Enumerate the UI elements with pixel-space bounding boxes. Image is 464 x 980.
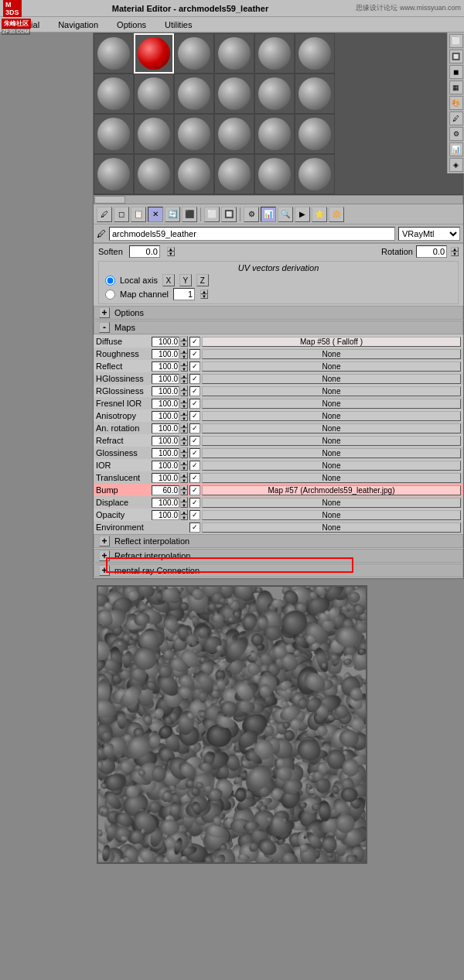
bg-btn[interactable]: 🔆 <box>329 207 344 222</box>
rt-btn-3[interactable]: ◼ <box>449 65 463 79</box>
rotation-spinner[interactable]: ▲ ▼ <box>451 247 459 256</box>
map-btn-15[interactable]: None <box>202 523 461 533</box>
map-spin-3[interactable]: ▲ ▼ <box>180 373 188 384</box>
instance-btn[interactable]: 🔄 <box>165 207 180 222</box>
map-check-5[interactable]: ✓ <box>189 399 200 409</box>
map-val-9[interactable] <box>152 448 179 458</box>
map-val-3[interactable] <box>152 374 179 384</box>
map-check-9[interactable]: ✓ <box>189 448 200 458</box>
map-spin-0[interactable]: ▲ ▼ <box>180 336 188 347</box>
map-btn-4[interactable]: None <box>202 386 461 396</box>
axis-x-btn[interactable]: X <box>162 274 175 286</box>
get-btn[interactable]: ⬜ <box>204 207 220 222</box>
map-val-2[interactable] <box>152 362 179 372</box>
paste-btn[interactable]: 📋 <box>131 207 146 222</box>
uv-mapchannel-input[interactable] <box>173 288 195 300</box>
map-check-0[interactable]: ✓ <box>189 337 200 347</box>
sphere-cell-2-5[interactable] <box>295 114 335 154</box>
options-section-header[interactable]: + Options <box>94 306 463 320</box>
map-val-10[interactable] <box>152 461 179 471</box>
map-spin-1[interactable]: ▲ ▼ <box>180 348 188 359</box>
uv-mapchannel-spinner[interactable]: ▲ ▼ <box>200 290 208 299</box>
pick-btn[interactable]: 🖊 <box>97 207 112 222</box>
show-btn[interactable]: 🔍 <box>278 207 293 222</box>
uv-local-radio[interactable] <box>105 276 115 286</box>
map-check-13[interactable]: ✓ <box>189 498 200 508</box>
map-val-12[interactable] <box>152 485 179 495</box>
sphere-cell-1-2[interactable] <box>174 74 214 114</box>
sphere-cell-0-2[interactable] <box>174 33 214 74</box>
map-spin-14[interactable]: ▲ ▼ <box>180 509 188 520</box>
sphere-cell-2-2[interactable] <box>174 114 214 154</box>
mental-ray-header[interactable]: + mental ray Connection <box>94 564 463 577</box>
map-check-2[interactable]: ✓ <box>189 362 200 372</box>
rt-btn-9[interactable]: ◈ <box>449 158 463 172</box>
reflect-interp-header[interactable]: + Reflect interpolation <box>94 534 463 548</box>
map-check-10[interactable]: ✓ <box>189 461 200 471</box>
map-btn-8[interactable]: None <box>202 436 461 446</box>
sphere-cell-2-1[interactable] <box>134 114 174 154</box>
map-val-13[interactable] <box>152 498 179 508</box>
scrollbar-thumb[interactable] <box>94 196 125 204</box>
map-btn-10[interactable]: None <box>202 461 461 471</box>
map-btn-3[interactable]: None <box>202 374 461 384</box>
map-val-8[interactable] <box>152 436 179 446</box>
reflect-interp-expand[interactable]: + <box>99 536 110 547</box>
reset-btn[interactable]: ⚙ <box>244 207 259 222</box>
refract-interp-header[interactable]: + Refract interpolation <box>94 549 463 563</box>
map-check-1[interactable]: ✓ <box>189 349 200 359</box>
rt-btn-5[interactable]: 🎨 <box>449 96 463 110</box>
map-btn-7[interactable]: None <box>202 423 461 433</box>
uv-ch-down[interactable]: ▼ <box>200 294 208 299</box>
sphere-cell-3-2[interactable] <box>174 154 214 194</box>
rt-btn-7[interactable]: ⚙ <box>449 127 463 141</box>
map-btn-1[interactable]: None <box>202 349 461 359</box>
map-spin-10[interactable]: ▲ ▼ <box>180 460 188 471</box>
map-check-6[interactable]: ✓ <box>189 411 200 421</box>
soften-down[interactable]: ▼ <box>167 252 175 256</box>
map-check-7[interactable]: ✓ <box>189 423 200 433</box>
rt-btn-4[interactable]: ▦ <box>449 81 463 94</box>
material-name-input[interactable] <box>109 227 395 241</box>
sphere-cell-0-5[interactable] <box>295 33 335 74</box>
map-btn-9[interactable]: None <box>202 448 461 458</box>
map-spin-5[interactable]: ▲ ▼ <box>180 398 188 409</box>
map-btn-0[interactable]: Map #58 ( Falloff ) <box>202 337 461 347</box>
sphere-cell-2-0[interactable] <box>94 114 134 154</box>
sphere-cell-1-4[interactable] <box>254 74 295 114</box>
map-check-11[interactable]: ✓ <box>189 473 200 483</box>
map-val-6[interactable] <box>152 411 179 421</box>
material-type-dropdown[interactable]: VRayMtl <box>398 227 460 241</box>
maps-section-header[interactable]: - Maps <box>94 320 463 334</box>
put-btn[interactable]: 🔲 <box>221 207 237 222</box>
map-btn-2[interactable]: None <box>202 362 461 372</box>
axis-y-btn[interactable]: Y <box>179 274 192 286</box>
map-val-4[interactable] <box>152 386 179 396</box>
map-val-1[interactable] <box>152 349 179 359</box>
sphere-cell-0-4[interactable] <box>254 33 295 74</box>
map-spin-6[interactable]: ▲ ▼ <box>180 410 188 421</box>
map-check-14[interactable]: ✓ <box>189 510 200 520</box>
map-check-12[interactable]: ✓ <box>189 485 200 495</box>
sphere-cell-1-3[interactable] <box>214 74 254 114</box>
rt-btn-2[interactable]: 🔲 <box>449 50 463 63</box>
video-btn[interactable]: ▶ <box>295 207 310 222</box>
sphere-cell-3-1[interactable] <box>134 154 174 194</box>
rotation-input[interactable] <box>416 245 447 258</box>
map-btn-14[interactable]: None <box>202 510 461 520</box>
sphere-cell-2-4[interactable] <box>254 114 295 154</box>
options-expand-btn[interactable]: + <box>99 307 110 318</box>
copy-btn[interactable]: ◻ <box>114 207 129 222</box>
options-btn[interactable]: 📊 <box>261 207 276 222</box>
map-spin-4[interactable]: ▲ ▼ <box>180 385 188 396</box>
rt-btn-6[interactable]: 🖊 <box>449 111 463 125</box>
map-spin-7[interactable]: ▲ ▼ <box>180 423 188 433</box>
sphere-cell-0-3[interactable] <box>214 33 254 74</box>
map-btn-5[interactable]: None <box>202 399 461 409</box>
map-val-5[interactable] <box>152 399 179 409</box>
map-btn-12[interactable]: Map #57 (Archmodels59_leather.jpg) <box>202 485 461 495</box>
rt-btn-8[interactable]: 📊 <box>449 142 463 156</box>
map-val-7[interactable] <box>152 423 179 433</box>
map-spin-2[interactable]: ▲ ▼ <box>180 361 188 372</box>
map-val-14[interactable] <box>152 510 179 520</box>
